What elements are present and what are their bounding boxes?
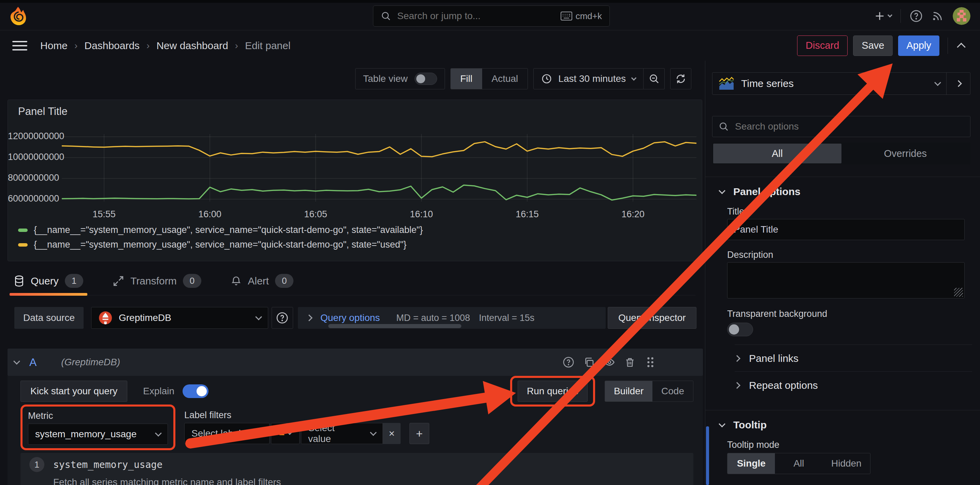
drag-query-handle-icon[interactable] bbox=[643, 355, 658, 370]
actions-divider bbox=[948, 38, 948, 54]
zoom-out-time-button[interactable] bbox=[644, 68, 665, 89]
explain-label: Explain bbox=[143, 386, 174, 397]
datasource-picker[interactable]: GreptimeDB bbox=[91, 307, 268, 329]
metric-select[interactable]: system_memory_usage bbox=[28, 424, 168, 445]
tab-alert[interactable]: Alert 0 bbox=[229, 267, 296, 295]
grafana-logo-icon[interactable] bbox=[9, 7, 27, 26]
breadcrumb-separator: › bbox=[235, 40, 238, 51]
scrollbar-thumb[interactable] bbox=[706, 426, 709, 485]
tooltip-header[interactable]: Tooltip bbox=[720, 419, 970, 431]
run-queries-button[interactable]: Run queries bbox=[518, 381, 588, 402]
legend-item-used[interactable]: {__name__="system_memory_usage", service… bbox=[18, 239, 423, 250]
panel-options-header[interactable]: Panel options bbox=[720, 186, 970, 197]
greptimedb-icon bbox=[98, 311, 113, 325]
panel-view-toolbar: Table view Fill Actual Last 30 minutes bbox=[0, 68, 691, 89]
query-help-icon[interactable] bbox=[561, 355, 576, 370]
select-value-dropdown[interactable]: Select value bbox=[301, 423, 383, 444]
options-search[interactable] bbox=[712, 116, 970, 137]
visualization-picker-row: Time series bbox=[712, 72, 970, 95]
help-icon[interactable] bbox=[910, 10, 923, 22]
chevron-down-icon bbox=[719, 187, 725, 194]
zoom-out-icon bbox=[649, 73, 660, 84]
legend-item-available[interactable]: {__name__="system_memory_usage", service… bbox=[18, 225, 423, 235]
tooltip-section: Tooltip Tooltip mode Single All Hidden bbox=[705, 410, 980, 482]
news-rss-icon[interactable] bbox=[932, 10, 944, 22]
panel-description-textarea[interactable] bbox=[727, 262, 965, 299]
apply-button[interactable]: Apply bbox=[898, 35, 939, 56]
tab-overrides[interactable]: Overrides bbox=[842, 143, 970, 163]
collapse-query-icon[interactable] bbox=[13, 358, 20, 364]
bell-icon bbox=[231, 275, 242, 287]
collapse-options-button[interactable] bbox=[946, 73, 970, 94]
transparent-background-toggle[interactable] bbox=[727, 323, 753, 336]
breadcrumb: Home › Dashboards › New dashboard › Edit… bbox=[40, 40, 290, 51]
query-a-header[interactable]: A (GreptimeDB) bbox=[8, 348, 703, 376]
query-inspector-button[interactable]: Query inspector bbox=[608, 307, 697, 329]
add-filter-button[interactable]: + bbox=[409, 423, 429, 444]
x-axis-tick-label: 15:55 bbox=[80, 209, 128, 219]
time-range-picker[interactable]: Last 30 minutes bbox=[533, 68, 644, 89]
hide-query-icon[interactable] bbox=[602, 355, 617, 370]
remove-filter-button[interactable]: × bbox=[383, 423, 401, 444]
breadcrumb-dashboards[interactable]: Dashboards bbox=[84, 40, 140, 51]
chevron-down-icon bbox=[370, 429, 377, 436]
select-label-dropdown[interactable]: Select label bbox=[184, 423, 270, 444]
collapse-header-icon[interactable] bbox=[957, 43, 965, 51]
global-search[interactable]: cmd+k bbox=[373, 5, 610, 27]
table-view-label: Table view bbox=[363, 73, 408, 84]
search-input[interactable] bbox=[396, 10, 555, 22]
tooltip-mode-all[interactable]: All bbox=[775, 453, 822, 474]
transparent-background-label: Transparent background bbox=[727, 308, 970, 319]
refresh-button[interactable] bbox=[670, 68, 691, 89]
datasource-help-button[interactable] bbox=[272, 307, 293, 329]
kick-start-query-button[interactable]: Kick start your query bbox=[21, 381, 127, 402]
query-explanation: Fetch all series matching metric name an… bbox=[53, 477, 684, 485]
breadcrumb-separator: › bbox=[75, 40, 78, 51]
user-avatar[interactable] bbox=[953, 7, 970, 25]
options-search-input[interactable] bbox=[734, 121, 964, 132]
tab-query[interactable]: Query 1 bbox=[11, 267, 85, 295]
table-view-control: Table view bbox=[355, 68, 445, 89]
tab-transform[interactable]: Transform 0 bbox=[111, 267, 204, 295]
window-top-strip bbox=[0, 0, 980, 3]
x-axis-tick-label: 16:20 bbox=[609, 209, 657, 219]
save-button[interactable]: Save bbox=[853, 35, 892, 56]
panel-options-section: Panel options Title Description Transpar… bbox=[705, 177, 980, 401]
tab-all-options[interactable]: All bbox=[713, 143, 842, 163]
delete-query-icon[interactable] bbox=[622, 355, 637, 370]
table-view-toggle[interactable] bbox=[415, 73, 437, 85]
chevron-down-icon bbox=[287, 430, 292, 435]
panel-links-row[interactable]: Panel links bbox=[735, 351, 970, 365]
shortcut-hint: cmd+k bbox=[561, 11, 602, 21]
panel-resize-handle[interactable] bbox=[328, 324, 461, 328]
breadcrumb-bar: Home › Dashboards › New dashboard › Edit… bbox=[0, 30, 980, 61]
max-data-points: MD = auto = 1008 bbox=[396, 313, 470, 323]
tooltip-mode-single[interactable]: Single bbox=[727, 453, 775, 474]
nav-divider bbox=[900, 9, 901, 23]
query-datasource-hint: (GreptimeDB) bbox=[61, 357, 120, 368]
discard-button[interactable]: Discard bbox=[797, 35, 848, 56]
repeat-options-row[interactable]: Repeat options bbox=[735, 378, 970, 392]
code-option[interactable]: Code bbox=[652, 381, 693, 401]
divider bbox=[735, 371, 972, 372]
visualization-picker[interactable]: Time series bbox=[713, 73, 946, 94]
transform-count-badge: 0 bbox=[183, 274, 201, 288]
operator-dropdown[interactable]: = bbox=[271, 423, 300, 444]
fill-option[interactable]: Fill bbox=[451, 68, 482, 89]
menu-toggle-icon[interactable] bbox=[12, 41, 27, 51]
builder-option[interactable]: Builder bbox=[605, 381, 652, 401]
description-field-label: Description bbox=[727, 250, 970, 260]
add-new-button[interactable] bbox=[874, 10, 892, 22]
breadcrumb-home[interactable]: Home bbox=[40, 40, 68, 51]
query-editor-body: Kick start your query Explain Run querie… bbox=[8, 376, 703, 485]
tooltip-mode-hidden[interactable]: Hidden bbox=[823, 453, 870, 474]
breadcrumb-new-dashboard[interactable]: New dashboard bbox=[156, 40, 228, 51]
chart-legend: {__name__="system_memory_usage", service… bbox=[18, 225, 423, 250]
panel-title-input[interactable] bbox=[727, 219, 965, 240]
explain-toggle[interactable] bbox=[183, 384, 208, 398]
duplicate-query-icon[interactable] bbox=[581, 355, 597, 370]
query-options-link[interactable]: Query options bbox=[320, 312, 380, 323]
legend-color-used bbox=[18, 243, 28, 246]
tooltip-mode-label: Tooltip mode bbox=[727, 440, 970, 450]
actual-option[interactable]: Actual bbox=[482, 68, 528, 89]
